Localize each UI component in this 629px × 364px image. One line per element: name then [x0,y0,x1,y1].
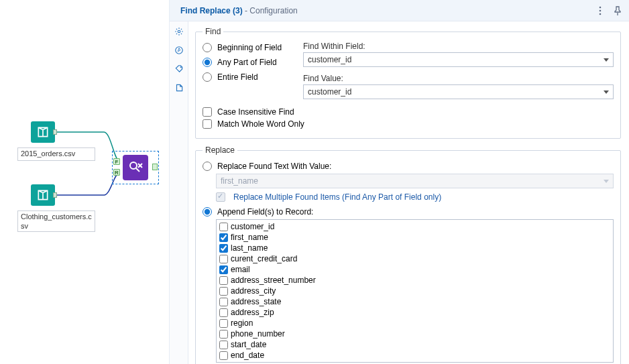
find-replace-tool-node[interactable]: F R [114,153,157,182]
field-checkbox-address_zip[interactable]: address_zip [219,307,610,318]
side-tab-strip [170,21,188,364]
find-value-label: Find Value: [303,74,614,83]
input-node-customers[interactable] [31,184,55,206]
config-form: Find Beginning of Field Any Part of Fiel… [188,21,629,364]
nav-tab-icon[interactable] [173,44,185,56]
workflow-canvas[interactable]: 2015_orders.csv Clothing_customers.csv F… [0,0,169,364]
output-port[interactable] [152,164,158,170]
radio-any-part-of-field[interactable]: Any Part of Field [203,58,296,67]
field-checkbox-start_date[interactable]: start_date [219,339,610,350]
field-checkbox-region[interactable]: region [219,318,610,328]
replace-multiple-note: Replace Multiple Found Items (Find Any P… [216,192,614,202]
panel-title: Find Replace (3) - Configuration [180,6,298,15]
output-port[interactable] [53,192,57,198]
field-checkbox-address_city[interactable]: address_city [219,286,610,296]
field-checkbox-customer_id[interactable]: customer_id [219,221,610,232]
input-port-r[interactable]: R [113,169,120,176]
field-checkbox-address_state[interactable]: address_state [219,296,610,307]
checkbox-whole-word[interactable]: Match Whole Word Only [203,119,614,129]
node-label-customers: Clothing_customers.csv [17,210,95,232]
radio-entire-field[interactable]: Entire Field [203,72,296,82]
checkbox-case-insensitive[interactable]: Case Insensitive Find [203,107,614,117]
input-port-f[interactable]: F [113,158,120,165]
output-port[interactable] [53,129,57,135]
config-tab-icon[interactable] [173,25,185,38]
node-label-orders: 2015_orders.csv [17,147,95,161]
annotation-tab-icon[interactable] [173,63,185,75]
svg-point-4 [599,6,602,8]
append-field-list[interactable]: customer_idfirst_namelast_namecurent_cre… [216,219,614,363]
file-input-icon [31,121,55,143]
field-checkbox-phone_number[interactable]: phone_number [219,328,610,339]
pin-icon[interactable] [613,6,622,15]
field-checkbox-end_date[interactable]: end_date [219,350,610,361]
svg-point-5 [599,9,602,11]
find-value-dropdown[interactable]: customer_id [303,84,614,99]
field-checkbox-curent_credit_card[interactable]: curent_credit_card [219,253,610,264]
panel-header: Find Replace (3) - Configuration [170,0,629,21]
radio-beginning-of-field[interactable]: Beginning of Field [203,43,296,52]
find-within-label: Find Within Field: [303,42,614,51]
find-within-dropdown[interactable]: customer_id [303,52,614,67]
more-options-icon[interactable] [595,6,605,15]
radio-replace-with-value[interactable]: Replace Found Text With Value: [203,162,614,171]
checkbox-replace-multiple-disabled [216,192,225,202]
find-group: Find Beginning of Field Any Part of Fiel… [195,27,621,139]
svg-point-6 [599,13,602,15]
field-checkbox-email[interactable]: email [219,264,610,275]
replace-group: Replace Replace Found Text With Value: f… [195,145,621,364]
radio-append-fields[interactable]: Append Field(s) to Record: [203,207,614,217]
input-node-orders[interactable] [31,121,55,143]
configuration-panel: Find Replace (3) - Configuration [169,0,629,364]
help-tab-icon[interactable] [173,82,185,94]
file-input-icon [31,184,55,206]
field-checkbox-last_name[interactable]: last_name [219,243,610,253]
replace-value-dropdown: first_name [216,174,614,188]
field-checkbox-first_name[interactable]: first_name [219,232,610,243]
svg-point-7 [178,30,180,33]
field-checkbox-address_street_number[interactable]: address_street_number [219,275,610,286]
